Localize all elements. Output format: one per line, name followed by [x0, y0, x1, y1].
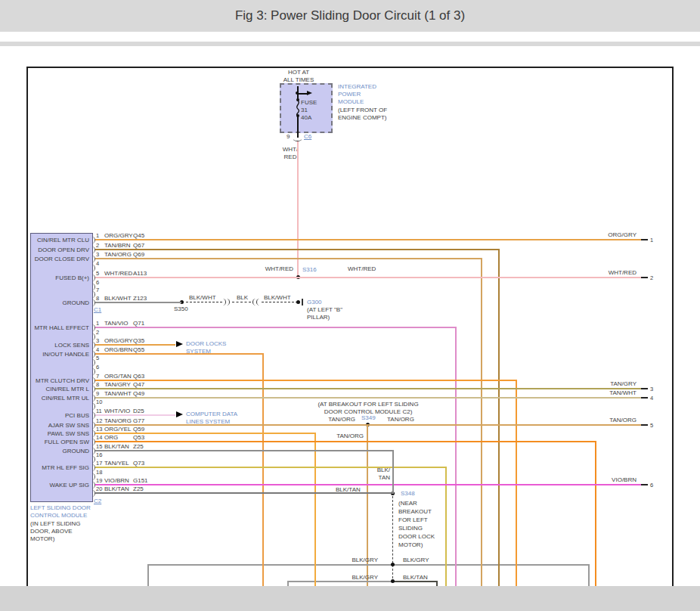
- right-pin-5-number: 5: [650, 422, 653, 430]
- c1-pin-2-function-label: DOOR OPEN DRV: [11, 247, 89, 254]
- wire-c2-pin-15-vertical: [392, 450, 394, 494]
- c2-pin-7-function-label: MTR CLUTCH DRV: [11, 377, 89, 385]
- wire-c1-pin-5: [95, 277, 641, 278]
- s316-splice-label: S316: [302, 266, 317, 274]
- door_locks-arrow-icon: [176, 341, 183, 347]
- right-pin-2-number: 2: [650, 274, 653, 282]
- c1-pin-7-number: 7: [96, 287, 99, 294]
- c1-pin-1-function-label: CIN/REL MTR CLU: [11, 237, 89, 244]
- wire-c2-pin-17: [95, 467, 447, 468]
- c2-pin-14-function-label: FULL OPEN SW: [11, 439, 89, 446]
- right-pin-4-number: 4: [650, 395, 653, 402]
- c6-pin-number: 9: [287, 133, 290, 141]
- connector-half-icon: [226, 299, 230, 306]
- ground-seg1-label: BLK/WHT: [189, 294, 216, 302]
- ipm-location-label: (LEFT FRONT OF ENGINE COMPT): [338, 107, 387, 122]
- feed-arrow-head-icon: [307, 91, 312, 95]
- door-control-module-box: [30, 233, 93, 502]
- blk-tan-vertical-label: BLK/ TAN: [366, 467, 390, 482]
- ipm-wire-color-label: WHT/ RED: [278, 146, 302, 161]
- branch-wire-color-label: TAN/ORG: [318, 433, 364, 440]
- bottom-row2-right-label: BLK/TAN: [403, 574, 428, 582]
- bottom-row1-left-label: BLK/GRY: [333, 557, 378, 564]
- c2-pin-bracket-icon: [91, 403, 95, 410]
- c2-pin-6-number: 6: [96, 364, 99, 371]
- g300-terminal-dot: [296, 300, 300, 304]
- ground-wire-dashed-2: [232, 302, 251, 302]
- c2-pin-5-number: 5: [96, 355, 99, 362]
- s316-left-wire-label: WHT/RED: [249, 265, 293, 273]
- c1-pin-4-number: 4: [96, 260, 99, 268]
- wire-c2-pin-12: [95, 424, 641, 426]
- ground-wire-dashed-3: [262, 302, 298, 302]
- computer_data-system-label: COMPUTER DATA LINES SYSTEM: [186, 411, 254, 426]
- wire-c2-pin-13-vertical: [314, 433, 316, 586]
- panel-border-top: [26, 67, 674, 68]
- s349-splice-label: S349: [361, 414, 376, 422]
- bottom-row1-right-label: BLK/GRY: [403, 557, 429, 564]
- header-divider: [0, 42, 700, 46]
- s350-splice-label: S350: [174, 306, 188, 313]
- c2-pin-10-number: 10: [96, 399, 102, 406]
- c2-pin-bracket-icon: [91, 456, 95, 463]
- connector-half-icon: [256, 299, 260, 306]
- c1-connector-link[interactable]: C1: [94, 306, 101, 314]
- bottom-junction-dot-2: [391, 579, 395, 583]
- c2-pin-16-number: 16: [96, 451, 102, 459]
- c6-connector-link[interactable]: C6: [304, 133, 311, 141]
- s349-note-label: (AT BREAKOUT FOR LEFT SLIDING DOOR CONTR…: [308, 401, 429, 416]
- computer_data-arrow-icon: [176, 411, 183, 417]
- right-pin-4-tick: [641, 397, 648, 399]
- right-pin-5-tick: [641, 424, 648, 426]
- hot-at-all-times-label: HOT AT ALL TIMES: [272, 69, 325, 84]
- fuse-node-dot-top: [296, 98, 299, 101]
- c2-pin-12-function-label: AJAR SW SNS: [11, 422, 89, 430]
- wire-c2-pin-3: [95, 344, 175, 346]
- bottom-row2-left-label: BLK/GRY: [333, 574, 378, 582]
- right-pin-2-wire-label: WHT/RED: [590, 269, 637, 277]
- c2-pin-17-function-label: MTR HL EFF SIG: [11, 464, 89, 472]
- wire-c2-pin-14: [95, 441, 596, 442]
- s349-right-wire-label: TAN/ORG: [387, 416, 414, 423]
- wire-c1-pin-1: [95, 239, 641, 240]
- bottom-junction-dot-1: [391, 563, 395, 566]
- right-pin-3-tick: [641, 388, 648, 389]
- page-title: Fig 3: Power Sliding Door Circuit (1 of …: [0, 8, 700, 23]
- c2-pin-13-function-label: PAWL SW SNS: [11, 430, 89, 438]
- wire-blk-gry-1-stub-left: [147, 564, 149, 586]
- wire-c2-pin-20: [95, 492, 393, 494]
- s348-dashed-drop: [392, 496, 393, 582]
- c1-pin-bracket-icon: [91, 284, 95, 290]
- c2-connector-link[interactable]: C2: [94, 498, 101, 505]
- wire-c2-pin-15: [95, 450, 394, 451]
- wire-blk-gry-1: [147, 564, 590, 566]
- c2-pin-18-number: 18: [96, 469, 102, 476]
- ipm-name-label: INTEGRATED POWER MODULE: [338, 83, 376, 106]
- c2-pin-9-function-label: CIN/REL MTR UL: [11, 395, 89, 402]
- g300-ground-label: G300: [307, 299, 322, 306]
- wire-c1-pin-2: [95, 249, 500, 250]
- module-location-label: (IN LEFT SLIDING DOOR, ABOVE MOTOR): [30, 520, 81, 543]
- right-pin-1-number: 1: [650, 237, 653, 244]
- wire-c2-pin-14-vertical: [595, 441, 596, 586]
- wire-c2-pin-7-vertical: [516, 380, 517, 586]
- wire-c2-pin-1: [95, 327, 457, 328]
- c2-pin-1-function-label: MTR HALL EFFECT: [11, 324, 89, 332]
- c1-pin-8-function-label: GROUND: [11, 299, 89, 307]
- wire-wht-red-vertical: [297, 141, 299, 278]
- wire-c1-pin-2-vertical: [498, 249, 500, 586]
- wire-c2-pin-19: [95, 484, 641, 485]
- right-pin-6-number: 6: [650, 482, 653, 489]
- fuse-label: FUSE 31 40A: [301, 99, 317, 122]
- panel-border-right: [672, 67, 674, 586]
- wire-c2-pin-11: [95, 414, 175, 416]
- c2-pin-bracket-icon: [91, 359, 95, 366]
- fuse-node-dot-bottom: [296, 114, 299, 117]
- fuse-line-bottom: [297, 116, 299, 134]
- right-pin-1-wire-label: ORG/GRY: [590, 231, 637, 239]
- wire-c1-pin-8: [95, 302, 181, 303]
- wire-c2-pin-13: [95, 433, 316, 434]
- wire-c1-pin-3-vertical: [481, 258, 482, 586]
- c2-pin-3-function-label: LOCK SENS: [11, 342, 89, 349]
- right-pin-2-tick: [641, 277, 648, 278]
